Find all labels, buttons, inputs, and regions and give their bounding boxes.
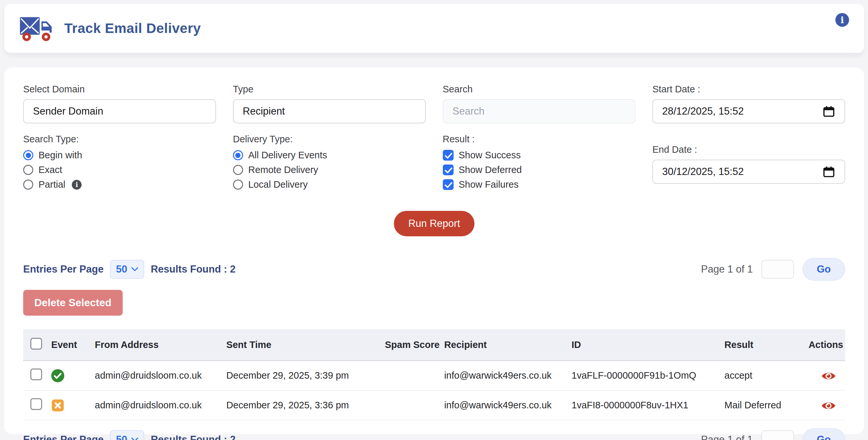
run-report-button[interactable]: Run Report [394,211,474,236]
radio-begin-with-label: Begin with [38,150,82,160]
page-info: Page 1 of 1 [701,434,753,440]
checkbox-show-deferred[interactable] [443,165,454,175]
end-date-input[interactable]: 30/12/2025, 15:52 [652,159,845,184]
domain-select[interactable]: Sender Domain [23,99,216,123]
main-card: Select Domain Sender Domain Search Type:… [4,67,864,434]
cell-id: 1vaFI8-0000000F8uv-1HX1 [569,390,722,420]
col-header-actions: Actions [796,329,845,361]
entries-per-page-label: Entries Per Page [23,263,103,275]
type-label: Type [233,84,426,95]
radio-all-delivery-events[interactable] [233,150,243,160]
cell-result: accept [722,361,796,390]
go-button[interactable]: Go [802,428,845,440]
entries-per-page-value: 50 [116,434,127,440]
row-checkbox[interactable] [30,398,42,410]
result-option-deferred[interactable]: Show Deferred [443,163,636,177]
page-number-input[interactable] [761,430,794,440]
search-type-option-begin-with[interactable]: Begin with [23,148,216,163]
domain-select-value: Sender Domain [33,106,103,117]
cell-spam-score [367,361,441,390]
col-header-sent-time: Sent Time [224,329,368,361]
result-option-failures[interactable]: Show Failures [443,177,636,192]
delivery-option-all[interactable]: All Delivery Events [233,148,426,163]
result-option-success[interactable]: Show Success [443,148,636,163]
col-header-result: Result [722,329,796,361]
info-icon[interactable]: i [835,13,849,27]
radio-exact-label: Exact [38,165,62,175]
col-header-event: Event [49,329,92,361]
page-number-input[interactable] [761,260,794,279]
eye-icon[interactable] [821,401,836,411]
filter-col-domain: Select Domain Sender Domain Search Type:… [23,84,216,192]
go-button[interactable]: Go [802,258,845,281]
table-row: admin@druidsloom.co.uk December 29, 2025… [23,361,845,390]
select-all-checkbox[interactable] [30,338,42,350]
page-title: Track Email Delivery [64,21,201,36]
col-header-spam-score: Spam Score [367,329,441,361]
toolbar-top: Entries Per Page 50 Results Found : 2 Pa… [23,258,845,281]
cell-spam-score [367,390,441,420]
checkbox-show-success-label: Show Success [459,150,521,160]
cell-recipient: info@warwick49ers.co.uk [441,390,569,420]
results-found-label: Results Found : 2 [151,263,236,275]
delivery-option-local[interactable]: Local Delivery [233,177,426,192]
row-checkbox[interactable] [30,369,42,380]
end-date-label: End Date : [652,144,845,155]
chevron-down-icon [131,267,138,271]
cell-result: Mail Deferred [722,390,796,420]
calendar-icon[interactable] [822,105,835,118]
table-header-row: Event From Address Sent Time Spam Score … [23,329,845,361]
search-input[interactable] [453,106,626,117]
filter-col-search: Search Result : Show Success Show Deferr… [443,84,636,192]
radio-all-delivery-events-label: All Delivery Events [248,150,327,160]
col-header-id: ID [569,329,722,361]
cell-id: 1vaFLF-0000000F91b-1OmQ [569,361,722,390]
entries-per-page-select[interactable]: 50 [110,260,144,279]
radio-local-delivery-label: Local Delivery [248,179,308,190]
start-date-label: Start Date : [652,84,845,95]
cell-sent-time: December 29, 2025, 3:39 pm [224,361,368,390]
deferred-icon [51,399,64,412]
delivery-type-label: Delivery Type: [233,134,426,145]
checkbox-show-failures[interactable] [443,179,454,190]
entries-per-page-select[interactable]: 50 [110,430,144,440]
page-info: Page 1 of 1 [701,263,753,275]
delivery-option-remote[interactable]: Remote Delivery [233,163,426,177]
end-date-value: 30/12/2025, 15:52 [662,166,744,178]
radio-begin-with[interactable] [23,150,33,160]
radio-remote-delivery[interactable] [233,165,243,175]
start-date-value: 28/12/2025, 15:52 [662,106,744,117]
cell-from-address: admin@druidsloom.co.uk [92,390,224,420]
col-header-recipient: Recipient [441,329,569,361]
results-found-label: Results Found : 2 [151,434,236,440]
radio-remote-delivery-label: Remote Delivery [248,165,318,175]
success-icon [51,369,64,382]
radio-exact[interactable] [23,165,33,175]
checkbox-show-deferred-label: Show Deferred [459,165,522,175]
search-type-option-exact[interactable]: Exact [23,163,216,177]
filters-section: Select Domain Sender Domain Search Type:… [23,84,845,192]
header-card: Track Email Delivery i [4,4,864,53]
cell-sent-time: December 29, 2025, 3:36 pm [224,390,368,420]
search-type-option-partial[interactable]: Partial i [23,177,216,192]
entries-per-page-label: Entries Per Page [23,434,103,440]
radio-partial[interactable] [23,179,33,189]
result-label: Result : [443,134,636,145]
checkbox-show-failures-label: Show Failures [459,179,519,190]
calendar-icon[interactable] [822,165,835,178]
type-select-value: Recipient [243,106,285,117]
search-input-wrap [443,99,636,123]
table-row: admin@druidsloom.co.uk December 29, 2025… [23,390,845,420]
radio-partial-label: Partial [38,179,65,190]
radio-local-delivery[interactable] [233,179,243,189]
start-date-input[interactable]: 28/12/2025, 15:52 [652,99,845,123]
delete-selected-button[interactable]: Delete Selected [23,290,123,316]
checkbox-show-success[interactable] [443,150,454,160]
type-select[interactable]: Recipient [233,99,426,123]
entries-per-page-value: 50 [116,263,127,275]
domain-label: Select Domain [23,84,216,95]
eye-icon[interactable] [821,371,836,381]
end-date-block: End Date : 30/12/2025, 15:52 [652,144,845,184]
partial-info-icon[interactable]: i [72,180,82,189]
col-header-from-address: From Address [92,329,224,361]
